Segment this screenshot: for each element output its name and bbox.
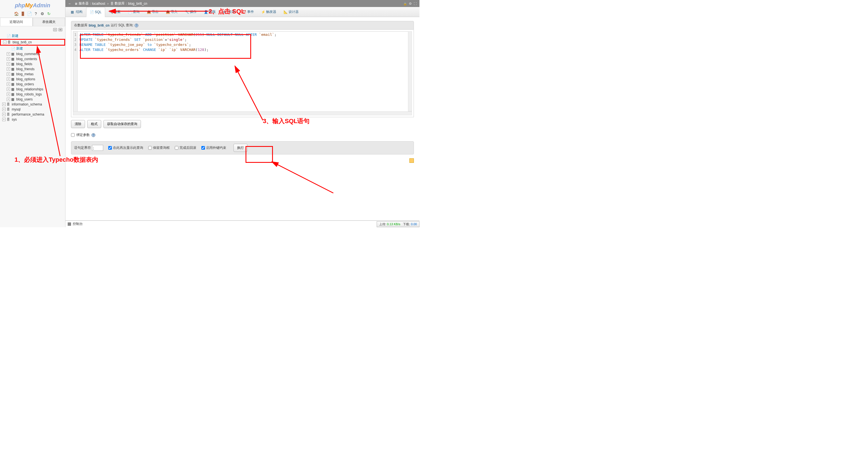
server-icon [74,2,78,6]
editor-scrollbar-v[interactable] [408,31,412,111]
console-toggle-icon[interactable] [68,223,71,226]
tab-query[interactable]: 查询 [124,7,143,17]
clear-button[interactable]: 清除 [71,120,85,128]
tab-import[interactable]: 导入 [162,7,181,17]
events-icon [242,10,246,14]
link-icon[interactable]: ∞ [58,28,62,31]
home-icon[interactable] [14,11,19,16]
bind-params-checkbox[interactable] [71,133,75,137]
sql-icon[interactable] [27,11,32,16]
console-bar[interactable]: 控制台 [65,221,420,227]
logo[interactable]: phpMyAdmin [0,0,65,11]
format-button[interactable]: 格式 [87,120,101,128]
sidebar-icon-row [0,11,65,18]
expand-icon[interactable] [413,2,417,6]
privileges-icon [204,10,208,14]
main: ← 服务器： localhost » 数据库： blog_bri6_cn 结构S… [65,0,420,227]
tree-table-blog_contents[interactable]: +blog_contents [0,57,65,62]
db-tree: + 新建 −blog_bri6_cn+新建+blog_comments+blog… [0,32,65,227]
docs-icon[interactable] [34,11,38,16]
tab-operations[interactable]: 操作 [181,7,200,17]
tree-db-blog_bri6_cn[interactable]: −blog_bri6_cn [0,39,65,46]
new-icon [7,34,11,38]
sql-icon [90,10,94,14]
editor-gutter: 1234 [73,32,78,115]
tree-table-blog_comments[interactable]: +blog_comments [0,52,65,57]
delimiter-input[interactable] [92,145,103,151]
tab-export[interactable]: 导出 [143,7,162,17]
tree-new-table[interactable]: +新建 [0,46,65,52]
fk-check-label: 启用外键约束 [206,145,226,150]
sql-panel-header: 在数据库 blog_bri6_cn 运行 SQL 查询: ? [71,21,414,30]
search-icon [109,10,113,14]
tab-search[interactable]: 搜索 [105,7,124,17]
designer-icon [284,10,287,14]
tree-table-blog_robots_logs[interactable]: +blog_robots_logs [0,92,65,97]
triggers-icon [261,10,265,14]
tab-triggers[interactable]: 触发器 [257,7,280,17]
autosave-button[interactable]: 获取自动保存的查询 [103,120,141,128]
tree-db-mysql[interactable]: +mysql [0,107,65,112]
fk-check-checkbox[interactable] [202,146,205,150]
delimiter-label: 语句定界符 [74,145,91,150]
tab-designer[interactable]: 设计器 [280,7,302,17]
keep-query-label: 保留查询框 [153,145,170,150]
operations-icon [185,10,189,14]
tree-table-blog_metas[interactable]: +blog_metas [0,71,65,77]
server-label: 服务器： [79,1,92,6]
show-again-checkbox[interactable] [108,146,112,150]
gear-icon[interactable] [40,11,45,16]
tab-structure[interactable]: 结构 [67,7,86,17]
import-icon [166,10,170,14]
database-icon [111,2,114,6]
bind-params-label: 绑定参数 [76,133,90,137]
tab-sql[interactable]: SQL [86,7,105,17]
settings-icon[interactable] [409,2,412,6]
console-label: 控制台 [73,222,83,226]
rollback-label: 完成后回滚 [180,145,196,150]
sql-options-bar: 语句定界符 在此再次显示此查询 保留查询框 完成后回滚 启用外键约 [71,141,414,154]
execute-button[interactable]: 执行 [234,144,247,152]
keep-query-checkbox[interactable] [148,146,152,150]
sql-editor[interactable]: 1234 ALTER TABLE `typecho_friends` ADD `… [73,31,412,115]
tree-table-blog_options[interactable]: +blog_options [0,77,65,82]
tab-bar: 结构SQL搜索查询导出导入操作权限程序事件触发器设计器 [65,7,420,17]
query-icon [128,10,132,14]
rollback-checkbox[interactable] [175,146,178,150]
tree-new[interactable]: + 新建 [0,33,65,39]
tab-privileges[interactable]: 权限 [200,7,219,17]
database-label: 数据库： [115,1,128,6]
procedures-icon [223,10,227,14]
tree-table-blog_relationships[interactable]: +blog_relationships [0,87,65,92]
favorites-tab[interactable]: 表收藏夹 [33,18,65,26]
recent-tab[interactable]: 近期访问 [0,18,33,26]
reload-icon[interactable] [47,11,51,16]
show-again-label: 在此再次显示此查询 [113,145,143,150]
sidebar: phpMyAdmin 近期访问 表收藏夹 − ∞ + 新建 −blog_bri6… [0,0,65,227]
server-value[interactable]: localhost [92,2,105,6]
sql-editor-wrap: 1234 ALTER TABLE `typecho_friends` ADD `… [71,30,414,117]
tree-db-sys[interactable]: +sys [0,117,65,122]
help-icon[interactable]: ? [134,24,138,27]
breadcrumb: ← 服务器： localhost » 数据库： blog_bri6_cn [65,0,420,7]
editor-scrollbar-h[interactable] [73,111,412,115]
bookmark-icon[interactable] [409,158,414,163]
exit-icon[interactable] [21,11,25,16]
editor-code[interactable]: ALTER TABLE `typecho_friends` ADD `posit… [78,32,278,115]
tab-procedures[interactable]: 程序 [219,7,239,17]
tree-db-information_schema[interactable]: +information_schema [0,102,65,107]
status-bar: 上传: 0.13 KB/s 下载: 0.00 [377,221,420,227]
help-icon[interactable]: ? [91,133,95,137]
database-value[interactable]: blog_bri6_cn [128,2,147,6]
structure-icon [71,10,75,14]
tree-table-blog_friends[interactable]: +blog_friends [0,66,65,71]
tree-table-blog_orders[interactable]: +blog_orders [0,82,65,87]
panel-db-name: blog_bri6_cn [89,24,110,27]
tree-table-blog_fields[interactable]: +blog_fields [0,62,65,66]
lock-icon[interactable] [403,2,407,6]
tab-events[interactable]: 事件 [239,7,257,17]
export-icon [147,10,151,14]
collapse-icon[interactable]: − [53,28,57,31]
tree-table-blog_users[interactable]: +blog_users [0,97,65,102]
tree-db-performance_schema[interactable]: +performance_schema [0,112,65,117]
